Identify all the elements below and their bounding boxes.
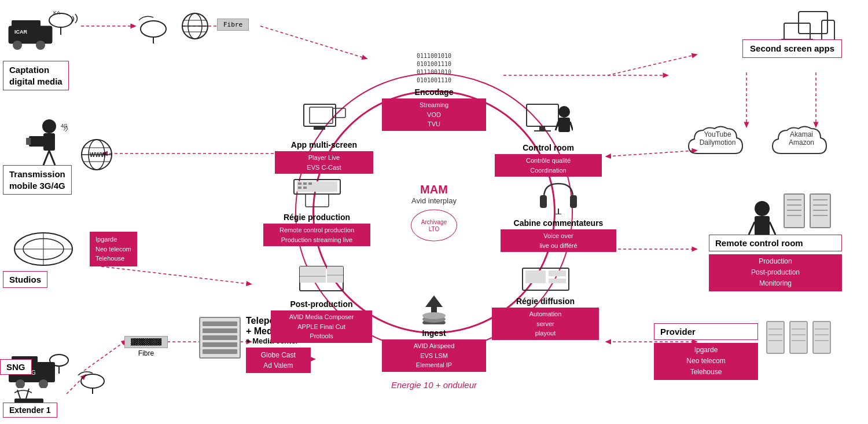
svg-rect-96 <box>525 271 546 283</box>
svg-rect-85 <box>306 194 329 207</box>
studios-detail-box: IpgardeNeo telecomTelehouse <box>90 232 137 266</box>
svg-rect-125 <box>755 216 770 236</box>
svg-line-67 <box>26 389 29 399</box>
svg-point-61 <box>50 354 68 366</box>
svg-point-63 <box>81 374 104 388</box>
transmission-label: Transmissionmobile 3G/4G <box>3 165 72 195</box>
svg-rect-107 <box>558 118 570 132</box>
svg-point-39 <box>42 119 56 133</box>
mam-center: MAM Avid interplay Archivage LTO <box>411 183 457 242</box>
second-screen-label: Second screen apps <box>742 39 842 58</box>
akamai-cloud: AkamaiAmazon <box>770 122 833 162</box>
remote-control-rack-icon <box>781 191 833 234</box>
energie-label: Energie 10 + onduleur <box>391 380 477 390</box>
satellite-sng-icon <box>75 365 110 396</box>
svg-line-2 <box>260 26 365 58</box>
svg-rect-82 <box>308 182 312 185</box>
svg-point-27 <box>36 41 45 50</box>
svg-rect-87 <box>300 266 326 283</box>
regie-diffusion-segment: Régie diffusion Automationserverplayout <box>492 264 599 340</box>
svg-rect-81 <box>303 182 307 185</box>
svg-line-109 <box>570 122 573 130</box>
svg-line-11 <box>608 151 694 156</box>
svg-line-4 <box>101 266 249 284</box>
svg-rect-99 <box>540 195 547 208</box>
sng-label: SNG <box>0 359 32 375</box>
svg-rect-73 <box>203 349 237 354</box>
camera-crew-icon: 4G <box>17 116 81 170</box>
svg-line-43 <box>43 151 49 165</box>
svg-rect-103 <box>527 104 558 126</box>
svg-rect-75 <box>310 107 333 123</box>
control-room-segment: Control room Contrôle qualitéCoordinatio… <box>495 101 602 177</box>
svg-rect-72 <box>203 342 237 347</box>
remote-control-room-section: Remote control room ProductionPost-produ… <box>709 235 842 291</box>
svg-rect-114 <box>784 194 804 228</box>
svg-rect-84 <box>303 187 307 189</box>
svg-rect-25 <box>12 20 41 29</box>
ingest-segment: Ingest AVID AirspeedEVS LSMElemental IP <box>382 293 486 372</box>
satellite-dish-top-icon <box>133 12 174 46</box>
satellite-van-icon: KA ICAR <box>6 6 81 52</box>
post-production-segment: Post-production AVID Media ComposerAPPLE… <box>271 264 372 343</box>
svg-rect-131 <box>790 321 807 353</box>
svg-rect-41 <box>29 136 45 147</box>
svg-line-126 <box>749 222 755 235</box>
provider-section: Provider IpgardeNeo telecomTelehouse <box>654 323 758 380</box>
stadium-icon <box>12 226 75 269</box>
svg-text:KA: KA <box>53 10 60 16</box>
svg-rect-98 <box>549 279 566 283</box>
globe-icon-top <box>179 10 211 45</box>
fibre-box-top: Fibre <box>217 19 249 31</box>
studios-label: Studios <box>3 271 47 288</box>
svg-point-28 <box>49 13 72 27</box>
svg-rect-88 <box>327 266 343 283</box>
svg-line-44 <box>49 151 55 165</box>
extender-label: Extender 1 <box>3 403 57 418</box>
svg-rect-132 <box>813 321 830 353</box>
svg-point-106 <box>558 106 570 118</box>
provider-rack-icon <box>764 319 833 359</box>
svg-line-127 <box>770 222 775 235</box>
fibre-box-sng: ▓▓▓▓▓▓▓▓ Fibre <box>124 336 168 357</box>
svg-point-94 <box>422 312 446 319</box>
regie-production-segment: Régie production Remote control producti… <box>263 177 370 246</box>
svg-point-32 <box>141 21 166 37</box>
svg-rect-130 <box>767 321 784 353</box>
svg-rect-80 <box>298 182 301 185</box>
svg-rect-70 <box>203 328 237 333</box>
svg-rect-71 <box>203 335 237 340</box>
svg-rect-112 <box>784 23 810 39</box>
main-diagram: KA ICAR Fibre Captationdigital <box>0 0 868 424</box>
svg-rect-76 <box>333 108 345 118</box>
youtube-cloud: YouTubeDailymotion <box>686 122 749 162</box>
encodage-segment: 0111001010010100111001110010100101001110… <box>382 52 486 131</box>
svg-point-26 <box>13 41 22 50</box>
svg-rect-69 <box>203 321 237 326</box>
www-globe-icon: WWW <box>78 136 116 176</box>
svg-text:4G: 4G <box>61 123 68 129</box>
svg-rect-97 <box>549 271 566 276</box>
svg-text:WWW: WWW <box>90 152 106 158</box>
svg-rect-77 <box>314 126 325 130</box>
svg-rect-83 <box>298 187 301 189</box>
cabine-commentateurs-segment: Cabine commentateurs Voice overlive ou d… <box>501 177 616 252</box>
app-multiscreen-segment: App multi-screen Player LiveEVS C-Cast <box>275 101 373 174</box>
svg-rect-79 <box>297 181 337 192</box>
svg-rect-42 <box>26 138 31 145</box>
svg-rect-100 <box>570 195 577 208</box>
archivage-box: Archivage LTO <box>411 210 457 242</box>
svg-rect-104 <box>539 126 545 131</box>
svg-rect-115 <box>810 194 830 228</box>
svg-text:ICAR: ICAR <box>14 29 27 35</box>
captation-label: Captationdigital media <box>3 61 69 90</box>
teleport-rack-icon <box>197 315 243 363</box>
svg-point-124 <box>755 201 770 216</box>
svg-line-10 <box>608 55 694 75</box>
